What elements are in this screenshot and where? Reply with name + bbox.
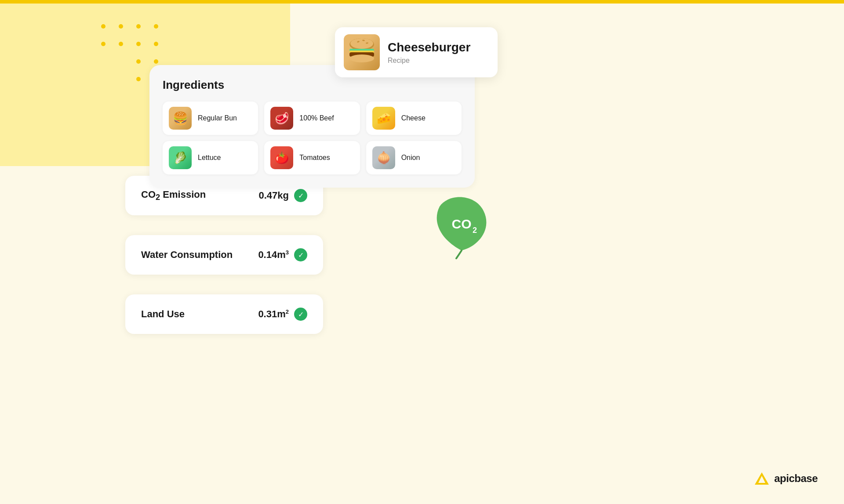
apicbase-logo: apicbase: [754, 471, 818, 486]
ingredient-name-lettuce: Lettuce: [198, 154, 221, 162]
ingredient-thumb-onion: 🧅: [372, 146, 395, 169]
ingredient-thumb-cheese: 🧀: [372, 107, 395, 130]
metric-label-land: Land Use: [141, 308, 258, 320]
dot-2-2: [119, 42, 123, 46]
check-icon-co2: ✓: [294, 189, 307, 202]
metric-value-water: 0.14m3: [258, 249, 289, 261]
apicbase-icon: [754, 471, 770, 486]
metric-card-land: Land Use 0.31m2 ✓: [125, 294, 323, 334]
svg-text:2: 2: [473, 226, 477, 235]
ingredient-item-cheese: 🧀 Cheese: [366, 102, 462, 135]
ingredient-item-lettuce: 🥬 Lettuce: [163, 141, 258, 174]
ingredients-grid: 🍔 Regular Bun 🥩 100% Beef 🧀 Cheese 🥬 Let…: [163, 102, 462, 174]
dot-2-4: [154, 42, 158, 46]
metric-label-co2: CO2 Emission: [141, 189, 259, 202]
metric-card-water: Water Consumption 0.14m3 ✓: [125, 235, 323, 275]
svg-point-8: [349, 54, 374, 62]
dot-2-1: [101, 42, 106, 46]
check-icon-land: ✓: [294, 308, 307, 321]
dot-1-1: [101, 24, 106, 29]
ingredient-item-tomatoes: 🍅 Tomatoes: [264, 141, 360, 174]
dot-1-3: [136, 24, 141, 29]
dot-4-3: [136, 77, 141, 81]
top-accent-bar: [0, 0, 844, 4]
dot-3-4: [154, 59, 158, 64]
dot-1-2: [119, 24, 123, 29]
co2-leaf-badge: CO 2: [426, 189, 497, 259]
svg-text:CO: CO: [452, 217, 472, 231]
metric-label-water: Water Consumption: [141, 249, 258, 261]
ingredient-thumb-lettuce: 🥬: [169, 146, 192, 169]
ingredient-name-tomatoes: Tomatoes: [299, 154, 330, 162]
ingredient-name-cheese: Cheese: [401, 114, 426, 122]
recipe-subtitle: Recipe: [388, 57, 470, 65]
svg-point-1: [350, 38, 373, 49]
dot-1-4: [154, 24, 158, 29]
ingredient-name-beef: 100% Beef: [299, 114, 334, 122]
ingredient-item-onion: 🧅 Onion: [366, 141, 462, 174]
recipe-thumbnail: [344, 34, 380, 70]
ingredient-name-onion: Onion: [401, 154, 420, 162]
ingredient-item-beef: 🥩 100% Beef: [264, 102, 360, 135]
ingredient-name-bun: Regular Bun: [198, 114, 237, 122]
check-icon-water: ✓: [294, 248, 307, 261]
recipe-info: Cheeseburger Recipe: [388, 40, 470, 65]
dot-3-3: [136, 59, 141, 64]
ingredient-thumb-tomatoes: 🍅: [270, 146, 293, 169]
recipe-title: Cheeseburger: [388, 40, 470, 55]
apicbase-brand-name: apicbase: [774, 472, 818, 485]
dot-2-3: [136, 42, 141, 46]
recipe-card: Cheeseburger Recipe: [335, 27, 498, 77]
ingredient-thumb-bun: 🍔: [169, 107, 192, 130]
ingredients-panel: Ingredients 🍔 Regular Bun 🥩 100% Beef 🧀 …: [149, 65, 475, 188]
metric-value-co2: 0.47kg: [259, 190, 289, 201]
ingredient-item-bun: 🍔 Regular Bun: [163, 102, 258, 135]
ingredients-title: Ingredients: [163, 78, 462, 92]
metric-value-land: 0.31m2: [258, 308, 289, 320]
ingredient-thumb-beef: 🥩: [270, 107, 293, 130]
